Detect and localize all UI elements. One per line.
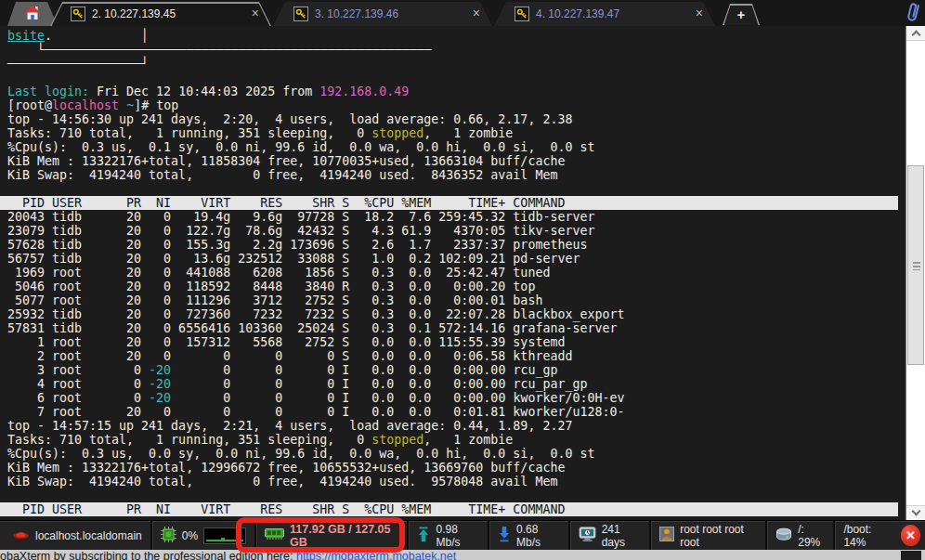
terminal-line: %Cpu(s): 0.3 us, 0.1 sy, 0.0 ni, 99.6 id… bbox=[7, 140, 905, 154]
terminal-line: %Cpu(s): 0.3 us, 0.0 sy, 0.0 ni, 99.6 id… bbox=[7, 447, 905, 461]
scrollbar-thumb[interactable] bbox=[907, 165, 924, 365]
terminal-line: top - 14:57:15 up 241 days, 2:21, 4 user… bbox=[7, 419, 905, 433]
footer-banner: obaXterm by subscribing to the professio… bbox=[0, 550, 925, 560]
download-arrow-icon bbox=[498, 527, 511, 545]
terminal-line: 4 root 0 -20 0 0 0 I 0.0 0.0 0:00.00 rcu… bbox=[7, 377, 905, 391]
terminal-header-line: PID USER PR NI VIRT RES SHR S %CPU %MEM … bbox=[0, 196, 898, 210]
ssh-key-icon bbox=[71, 7, 85, 21]
terminal-line: 2 root 20 0 0 0 0 S 0.0 0.0 0:06.58 kthr… bbox=[7, 349, 905, 363]
terminal-line: 57831 tidb 20 0 6556416 103360 25024 S 0… bbox=[7, 321, 905, 335]
users-status: root root root root bbox=[649, 521, 765, 551]
terminal-line: 3 root 0 -20 0 0 0 I 0.0 0.0 0:00.00 rcu… bbox=[7, 363, 905, 377]
disk-boot-status: /boot: 14% bbox=[833, 521, 901, 551]
terminal-tab-1[interactable]: 2. 10.227.139.45 × bbox=[50, 2, 271, 26]
upload-arrow-icon bbox=[417, 527, 430, 545]
terminal-line: 7 root 20 0 0 0 0 I 0.0 0.0 0:01.81 kwor… bbox=[7, 405, 905, 419]
cpu-graph bbox=[203, 527, 246, 544]
terminal-line: 23079 tidb 20 0 122.7g 78.6g 42432 S 4.3… bbox=[7, 224, 905, 238]
hostname-text: localhost.localdomain bbox=[35, 529, 142, 542]
terminal-line bbox=[7, 71, 905, 85]
close-x-icon: ✕ bbox=[905, 528, 916, 542]
redhat-icon bbox=[12, 527, 30, 544]
scroll-down-button[interactable] bbox=[906, 505, 925, 520]
tab-label: 3. 10.227.139.46 bbox=[315, 7, 398, 20]
chevron-up-icon bbox=[911, 31, 920, 40]
mobaxterm-window: 2. 10.227.139.45 × 3. 10.227.139.46 × bbox=[0, 0, 925, 560]
users-icon bbox=[659, 527, 674, 544]
cpu-status: 0% bbox=[150, 521, 254, 551]
terminal-line: Tasks: 710 total, 1 running, 351 sleepin… bbox=[7, 433, 905, 447]
terminal-line: 1 root 20 0 157312 5568 2752 S 0.0 0.0 1… bbox=[7, 335, 905, 349]
footer-link[interactable]: https://mobaxterm.mobatek.net bbox=[296, 550, 456, 560]
tab-label: 2. 10.227.139.45 bbox=[92, 7, 176, 20]
terminal-line: 1969 root 20 0 441088 6208 1856 S 0.3 0.… bbox=[7, 266, 905, 280]
terminal-line bbox=[7, 488, 905, 502]
terminal-line: Tasks: 710 total, 1 running, 351 sleepin… bbox=[7, 126, 905, 140]
terminal-line: 25932 tidb 20 0 727360 7232 7232 S 0.3 0… bbox=[7, 307, 905, 321]
terminal-header-line: PID USER PR NI VIRT RES SHR S %CPU %MEM … bbox=[0, 502, 898, 516]
upload-speed-text: 0.98 Mb/s bbox=[436, 523, 479, 549]
ssh-key-icon bbox=[293, 7, 308, 21]
disk-icon bbox=[775, 527, 792, 544]
terminal-line: 56757 tidb 20 0 13.6g 232512 33088 S 1.0… bbox=[7, 252, 905, 266]
tab-bar: 2. 10.227.139.45 × 3. 10.227.139.46 × bbox=[0, 0, 925, 26]
ram-usage-text: 117.92 GB / 127.05 GB bbox=[290, 523, 398, 549]
download-speed-text: 0.68 Mb/s bbox=[516, 523, 560, 549]
terminal-line: bsite. │ bbox=[7, 29, 905, 43]
scroll-up-button[interactable] bbox=[906, 26, 925, 41]
terminal-line: KiB Mem : 13322176+total, 11858304 free,… bbox=[7, 154, 905, 168]
terminal-line: 5046 root 20 0 118592 8448 3840 R 0.3 0.… bbox=[7, 280, 905, 293]
terminal-line: top - 14:56:30 up 241 days, 2:20, 4 user… bbox=[7, 112, 905, 126]
terminal-line: Last login: Fri Dec 12 10:44:03 2025 fro… bbox=[7, 85, 905, 98]
disk-root-text: /: 29% bbox=[798, 523, 825, 549]
terminal-line: └───────────────────────────────────────… bbox=[7, 43, 905, 57]
uptime-monitor-icon bbox=[579, 527, 596, 545]
terminal-line bbox=[7, 182, 905, 196]
users-text: root root root root bbox=[680, 523, 757, 549]
cpu-percent-text: 0% bbox=[182, 529, 198, 542]
terminal-line: 5077 root 20 0 111296 3712 2752 S 0.3 0.… bbox=[7, 293, 905, 307]
terminal-scrollbar[interactable] bbox=[905, 26, 925, 520]
ram-status: 117.92 GB / 127.05 GB bbox=[254, 521, 407, 551]
terminal-line: 6 root 0 -20 0 0 0 I 0.0 0.0 0:00.00 kwo… bbox=[7, 391, 905, 405]
tab-close-icon[interactable]: × bbox=[696, 6, 703, 20]
paperclip-icon[interactable] bbox=[903, 0, 924, 30]
ram-icon bbox=[265, 527, 284, 543]
hostname-status: localhost.localdomain bbox=[4, 521, 150, 551]
terminal-line: ──────────────────┘ bbox=[7, 57, 905, 71]
terminal-line: 20043 tidb 20 0 19.4g 9.6g 97728 S 18.2 … bbox=[7, 210, 905, 224]
upload-status: 0.98 Mb/s bbox=[407, 521, 488, 551]
disk-boot-text: /boot: 14% bbox=[843, 523, 892, 549]
terminal-output[interactable]: bsite. │ └──────────────────────────────… bbox=[0, 26, 905, 520]
footer-grip bbox=[901, 551, 921, 560]
plus-icon: + bbox=[723, 4, 760, 25]
ssh-key-icon bbox=[515, 7, 529, 21]
download-status: 0.68 Mb/s bbox=[488, 521, 568, 551]
tab-close-icon[interactable]: × bbox=[252, 6, 259, 20]
terminal-tab-3[interactable]: 4. 10.227.139.47 × bbox=[494, 2, 715, 26]
terminal-line: 57628 tidb 20 0 155.3g 2.2g 173696 S 2.6… bbox=[7, 238, 905, 252]
home-icon bbox=[23, 5, 42, 24]
new-tab-button[interactable]: + bbox=[723, 4, 760, 25]
terminal-line: [root@localhost ~]# top bbox=[7, 98, 905, 112]
status-bar: localhost.localdomain 0% bbox=[0, 520, 925, 550]
uptime-status: 241 days bbox=[568, 521, 650, 551]
terminal-line: KiB Swap: 4194240 total, 0 free, 4194240… bbox=[7, 475, 905, 488]
terminal-line: KiB Mem : 13322176+total, 12996672 free,… bbox=[7, 461, 905, 475]
footer-message: obaXterm by subscribing to the professio… bbox=[0, 550, 296, 560]
scrollbar-grip-icon bbox=[913, 262, 920, 270]
disk-root-status: /: 29% bbox=[765, 521, 833, 551]
cpu-chip-icon bbox=[161, 527, 176, 545]
terminal-line: KiB Swap: 4194240 total, 0 free, 4194240… bbox=[7, 168, 905, 182]
chevron-down-icon bbox=[911, 507, 920, 516]
uptime-text: 241 days bbox=[602, 523, 642, 549]
tab-close-icon[interactable]: × bbox=[473, 6, 480, 20]
exit-button[interactable]: ✕ bbox=[901, 525, 920, 546]
tab-label: 4. 10.227.139.47 bbox=[536, 7, 619, 20]
terminal-tab-2[interactable]: 3. 10.227.139.46 × bbox=[273, 2, 492, 26]
